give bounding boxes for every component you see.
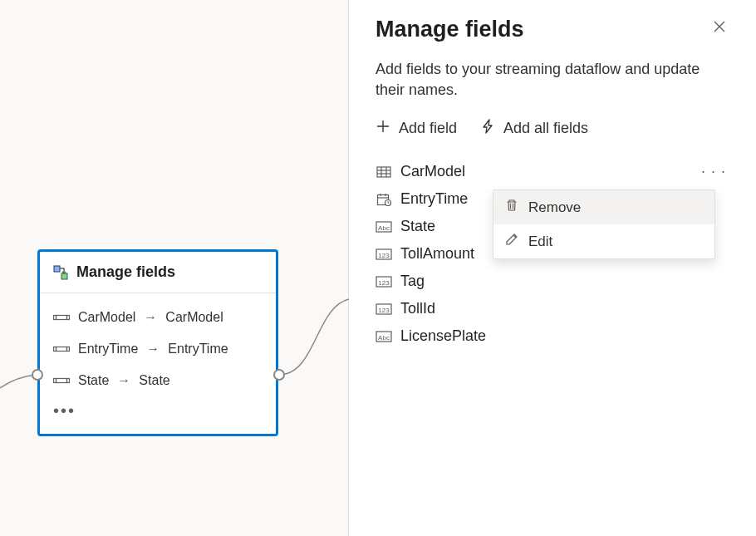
field-row-carmodel[interactable]: CarModel · · · bbox=[376, 158, 729, 185]
manage-fields-panel: Manage fields Add fields to your streami… bbox=[349, 0, 756, 536]
field-name: LicensePlate bbox=[400, 327, 486, 345]
field-context-menu: Remove Edit bbox=[493, 189, 715, 259]
mapping-row: EntryTime → EntryTime bbox=[53, 333, 263, 365]
string-type-icon: Abc bbox=[376, 220, 392, 234]
node-type-icon bbox=[53, 265, 68, 280]
field-row-tag[interactable]: 123 Tag bbox=[376, 268, 729, 295]
pencil-icon bbox=[505, 233, 518, 250]
svg-rect-0 bbox=[54, 266, 60, 272]
svg-rect-11 bbox=[377, 167, 390, 177]
node-input-port[interactable] bbox=[32, 369, 43, 381]
mapping-row: State → State bbox=[53, 365, 263, 396]
svg-rect-4 bbox=[67, 316, 70, 320]
close-icon bbox=[713, 20, 726, 37]
svg-rect-1 bbox=[61, 273, 67, 279]
field-name: State bbox=[400, 218, 435, 235]
mapping-source: State bbox=[78, 373, 109, 388]
svg-rect-10 bbox=[67, 379, 70, 383]
panel-title: Manage fields bbox=[376, 17, 524, 42]
table-type-icon bbox=[376, 165, 392, 179]
edit-menu-item[interactable]: Edit bbox=[493, 224, 714, 258]
node-title: Manage fields bbox=[76, 263, 175, 281]
arrow-icon: → bbox=[144, 310, 157, 325]
column-icon bbox=[53, 343, 70, 355]
field-row-licenseplate[interactable]: Abc LicensePlate bbox=[376, 322, 729, 350]
lightning-icon bbox=[480, 119, 495, 138]
svg-rect-9 bbox=[56, 379, 67, 383]
number-type-icon: 123 bbox=[376, 302, 392, 316]
svg-text:123: 123 bbox=[378, 251, 390, 258]
mapping-target: CarModel bbox=[165, 310, 223, 325]
node-body: CarModel → CarModel EntryTime → EntryTim… bbox=[40, 293, 276, 434]
remove-menu-item[interactable]: Remove bbox=[493, 190, 714, 224]
add-all-fields-label: Add all fields bbox=[503, 120, 588, 137]
svg-text:123: 123 bbox=[378, 306, 390, 313]
panel-description: Add fields to your streaming dataflow an… bbox=[376, 59, 729, 101]
add-field-button[interactable]: Add field bbox=[376, 119, 457, 138]
mapping-source: EntryTime bbox=[78, 342, 138, 357]
field-name: CarModel bbox=[400, 163, 465, 180]
plus-icon bbox=[376, 119, 390, 138]
field-name: Tag bbox=[400, 273, 425, 290]
svg-rect-7 bbox=[67, 347, 70, 352]
svg-rect-3 bbox=[56, 316, 67, 320]
canvas-area[interactable]: Manage fields CarModel → CarModel EntryT… bbox=[0, 0, 349, 536]
add-all-fields-button[interactable]: Add all fields bbox=[480, 119, 588, 138]
trash-icon bbox=[505, 199, 518, 216]
datetime-type-icon bbox=[376, 193, 392, 206]
string-type-icon: Abc bbox=[376, 330, 392, 343]
node-more-indicator[interactable]: ••• bbox=[53, 396, 263, 424]
column-icon bbox=[53, 375, 70, 386]
add-field-label: Add field bbox=[399, 120, 457, 137]
field-name: EntryTime bbox=[400, 190, 468, 208]
node-output-port[interactable] bbox=[273, 369, 285, 381]
svg-text:123: 123 bbox=[378, 278, 390, 286]
mapping-source: CarModel bbox=[78, 310, 135, 325]
mapping-target: State bbox=[139, 373, 169, 388]
close-panel-button[interactable] bbox=[709, 17, 729, 41]
remove-label: Remove bbox=[528, 199, 581, 216]
svg-text:Abc: Abc bbox=[378, 224, 390, 231]
mapping-target: EntryTime bbox=[168, 342, 228, 357]
column-icon bbox=[53, 312, 70, 323]
svg-rect-6 bbox=[56, 347, 67, 352]
mapping-row: CarModel → CarModel bbox=[53, 302, 263, 333]
arrow-icon: → bbox=[117, 373, 130, 388]
arrow-icon: → bbox=[146, 342, 160, 357]
field-name: TollAmount bbox=[400, 245, 474, 263]
field-row-tollid[interactable]: 123 TollId bbox=[376, 295, 729, 322]
number-type-icon: 123 bbox=[376, 275, 392, 288]
field-name: TollId bbox=[400, 300, 435, 317]
svg-text:Abc: Abc bbox=[378, 333, 390, 341]
number-type-icon: 123 bbox=[376, 248, 392, 261]
edit-label: Edit bbox=[528, 234, 552, 250]
manage-fields-node[interactable]: Manage fields CarModel → CarModel EntryT… bbox=[37, 249, 278, 436]
node-header: Manage fields bbox=[40, 252, 276, 293]
field-more-button[interactable]: · · · bbox=[698, 163, 729, 180]
